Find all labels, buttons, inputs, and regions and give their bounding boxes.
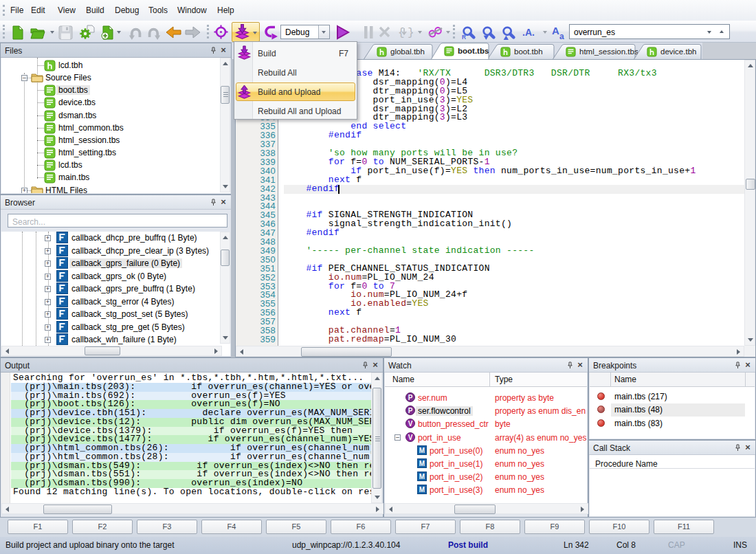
svg-text:A: A (552, 25, 559, 36)
svg-text:a: a (559, 32, 564, 41)
svg-text:}: } (408, 27, 413, 39)
svg-text:.A.: .A. (522, 27, 535, 38)
svg-text:R: R (462, 34, 466, 41)
